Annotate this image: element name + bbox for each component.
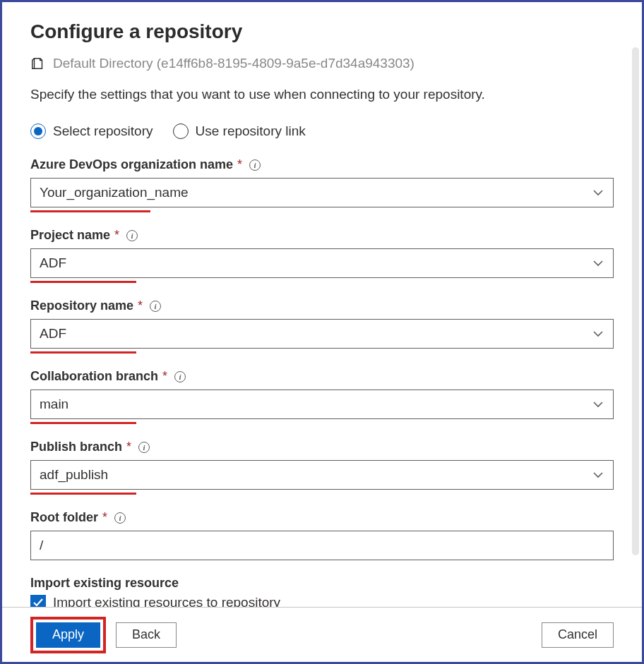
field-label-text: Project name [30,228,110,243]
required-asterisk: * [126,440,131,454]
required-asterisk: * [114,228,119,243]
breadcrumb: Default Directory (e14ff6b8-8195-4809-9a… [30,56,614,71]
field-label-text: Repository name [30,298,133,313]
field-publish-branch: Publish branch * i adf_publish [30,440,614,495]
field-label-text: Azure DevOps organization name [30,157,233,172]
chevron-down-icon [593,260,603,267]
radio-label: Select repository [53,123,153,139]
field-collaboration-branch: Collaboration branch * i main [30,369,614,424]
collaboration-branch-select[interactable]: main [30,390,614,419]
required-asterisk: * [102,510,107,525]
back-button[interactable]: Back [116,622,177,648]
select-value: adf_publish [40,467,108,483]
chevron-down-icon [593,471,603,478]
select-value: ADF [40,326,66,342]
select-value: ADF [40,255,66,271]
import-existing-checkbox-row[interactable]: Import existing resources to repository [30,595,614,607]
field-label-text: Collaboration branch [30,369,158,384]
info-icon[interactable]: i [150,301,161,312]
import-section-heading: Import existing resource [30,576,614,591]
select-value: main [40,397,68,412]
publish-branch-select[interactable]: adf_publish [30,460,614,490]
chevron-down-icon [593,401,603,408]
info-icon[interactable]: i [174,371,186,382]
highlight-underline [30,351,136,354]
checkbox-label: Import existing resources to repository [53,595,280,607]
field-label-text: Root folder [30,510,98,525]
required-asterisk: * [237,157,242,172]
field-repository: Repository name * i ADF [30,298,614,354]
cancel-button[interactable]: Cancel [542,622,614,648]
highlight-underline [30,422,136,424]
required-asterisk: * [138,298,143,313]
radio-label: Use repository link [196,123,306,139]
project-select[interactable]: ADF [30,248,614,278]
field-root-folder: Root folder * i / [30,510,614,560]
dialog-footer: Apply Back Cancel [2,607,642,662]
input-value: / [40,538,43,553]
radio-use-repository-link[interactable]: Use repository link [173,123,306,139]
chevron-down-icon [593,330,603,337]
info-icon[interactable]: i [138,442,150,453]
apply-highlight-frame: Apply [30,617,106,653]
directory-icon [30,56,46,71]
checkbox-icon [30,595,46,607]
highlight-underline [30,493,136,495]
root-folder-input[interactable]: / [30,531,614,560]
highlight-underline [30,281,136,283]
field-label-text: Publish branch [30,440,122,454]
chevron-down-icon [593,189,603,196]
info-icon[interactable]: i [126,230,138,241]
field-organization: Azure DevOps organization name * i Your_… [30,157,614,212]
radio-icon [173,123,189,139]
page-title: Configure a repository [30,20,614,43]
info-icon[interactable]: i [249,159,261,171]
info-icon[interactable]: i [114,512,126,524]
required-asterisk: * [162,369,167,384]
vertical-scrollbar[interactable] [632,47,639,555]
radio-select-repository[interactable]: Select repository [30,123,153,139]
radio-icon [30,123,46,139]
organization-select[interactable]: Your_organization_name [30,178,614,207]
repo-source-radio-group: Select repository Use repository link [30,123,614,139]
repository-select[interactable]: ADF [30,319,614,349]
breadcrumb-text: Default Directory (e14ff6b8-8195-4809-9a… [53,56,415,71]
highlight-underline [30,210,150,212]
select-value: Your_organization_name [40,185,189,200]
apply-button[interactable]: Apply [36,622,100,648]
description-text: Specify the settings that you want to us… [30,87,614,102]
field-project: Project name * i ADF [30,228,614,283]
